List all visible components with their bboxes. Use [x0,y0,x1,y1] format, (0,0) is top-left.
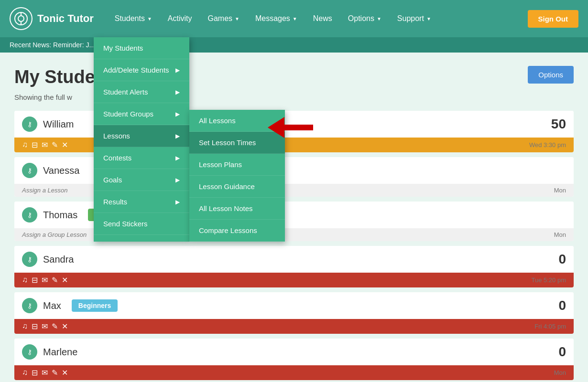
arrow-shaft [284,125,313,130]
dropdown-lessons[interactable]: Lessons ▶ [94,125,189,147]
student-card-max: ⚷ Max Beginners 0 ♫ ⊟ ✉ ✎ ✕ Fri 4:05 pm [14,292,574,334]
submenu-arrow: ▶ [175,89,180,96]
dropdown-student-groups[interactable]: Student Groups ▶ [94,103,189,125]
student-main-row: ⚷ Max Beginners 0 [14,292,574,319]
submenu-all-lesson-notes[interactable]: All Lesson Notes [189,198,285,220]
header: Tonic Tutor Students ▼ Activity Games ▼ … [0,0,588,37]
student-main-row: ⚷ Sandra 0 [14,246,574,273]
action-icons: ♫ ⊟ ✉ ✎ ✕ [22,322,68,331]
svg-point-1 [18,16,24,21]
book-icon[interactable]: ⊟ [32,322,38,331]
nav-support[interactable]: Support ▼ [391,11,438,27]
music-icon[interactable]: ♫ [22,322,28,331]
student-card-marlene: ⚷ Marlene 0 ♫ ⊟ ✉ ✎ ✕ Mon [14,339,574,380]
nav-messages[interactable]: Messages ▼ [249,11,304,27]
dropdown-add-delete-students[interactable]: Add/Delete Students ▶ [94,59,189,81]
students-dropdown-menu: My Students Add/Delete Students ▶ Studen… [94,37,189,242]
music-icon[interactable]: ♫ [22,140,28,149]
nav-news[interactable]: News [306,11,339,27]
logo-area: Tonic Tutor [10,7,94,30]
submenu-arrow: ▶ [175,199,180,205]
edit-icon[interactable]: ✎ [52,368,58,377]
student-name: Sandra [43,254,74,265]
sign-out-button[interactable]: Sign Out [528,10,579,28]
nav-games[interactable]: Games ▼ [201,11,246,27]
action-icons: ♫ ⊟ ✉ ✎ ✕ [22,368,68,377]
student-key-icon: ⚷ [22,117,37,132]
dropdown-send-stickers[interactable]: Send Stickers [94,213,189,235]
student-key-icon: ⚷ [22,344,37,360]
submenu-arrow: ▶ [175,67,180,74]
logo-icon [10,7,33,30]
student-score: 0 [558,252,566,267]
action-icons: ♫ ⊟ ✉ ✎ ✕ [22,140,68,149]
message-icon[interactable]: ✉ [42,368,48,377]
arrow-head [268,117,284,138]
student-name: Marlene [43,347,77,358]
music-icon[interactable]: ♫ [22,276,28,285]
dropdown-results[interactable]: Results ▶ [94,191,189,213]
page-content: My Stude Showing the full w Options ⚷ Wi… [0,53,588,382]
dropdown-student-alerts[interactable]: Student Alerts ▶ [94,81,189,103]
delete-icon[interactable]: ✕ [62,322,68,331]
nav-options[interactable]: Options ▼ [341,11,388,27]
student-actions-row: ♫ ⊟ ✉ ✎ ✕ Mon [14,365,574,380]
action-date: Fri 4:05 pm [534,323,566,330]
book-icon[interactable]: ⊟ [32,140,38,149]
submenu-compare-lessons[interactable]: Compare Lessons [189,220,285,242]
message-icon[interactable]: ✉ [42,140,48,149]
nav-students[interactable]: Students ▼ [108,11,159,27]
message-icon[interactable]: ✉ [42,322,48,331]
assign-lesson-text: Assign a Lesson [22,187,67,194]
logo-text: Tonic Tutor [37,12,94,25]
edit-icon[interactable]: ✎ [52,322,58,331]
student-name: Max [43,300,61,311]
edit-icon[interactable]: ✎ [52,276,58,285]
support-dropdown-arrow: ▼ [426,16,431,21]
student-main-row: ⚷ Marlene 0 [14,339,574,365]
red-arrow-indicator [268,117,313,138]
action-date: Mon [554,369,566,376]
news-bar: Recent News: Reminder: J... [0,37,588,53]
delete-icon[interactable]: ✕ [62,276,68,285]
delete-icon[interactable]: ✕ [62,368,68,377]
action-date: Wed 3:30 pm [529,141,566,149]
options-dropdown-arrow: ▼ [377,16,381,21]
submenu-lesson-plans[interactable]: Lesson Plans [189,154,285,176]
submenu-lesson-guidance[interactable]: Lesson Guidance [189,176,285,198]
submenu-arrow: ▶ [175,111,180,117]
action-date: Tue 5:20 pm [531,276,566,284]
student-actions-row: ♫ ⊟ ✉ ✎ ✕ Tue 5:20 pm [14,273,574,287]
action-icons: ♫ ⊟ ✉ ✎ ✕ [22,276,68,285]
dropdown-goals[interactable]: Goals ▶ [94,169,189,191]
students-dropdown-arrow: ▼ [147,16,152,21]
music-icon[interactable]: ♫ [22,368,28,377]
book-icon[interactable]: ⊟ [32,368,38,377]
main-nav: Students ▼ Activity Games ▼ Messages ▼ N… [108,11,528,27]
student-card-sandra: ⚷ Sandra 0 ♫ ⊟ ✉ ✎ ✕ Tue 5:20 pm [14,246,574,287]
group-badge: Beginners [72,299,118,312]
book-icon[interactable]: ⊟ [32,276,38,285]
student-score: 0 [558,298,566,313]
submenu-arrow: ▶ [175,133,180,139]
student-score: 50 [551,117,566,132]
options-button[interactable]: Options [528,66,574,84]
student-name: Vanessa [43,165,79,176]
delete-icon[interactable]: ✕ [62,140,68,149]
action-date: Mon [554,231,566,238]
messages-dropdown-arrow: ▼ [293,16,297,21]
student-key-icon: ⚷ [22,252,37,267]
student-score: 0 [558,344,566,360]
dropdown-contests[interactable]: Contests ▶ [94,147,189,169]
student-key-icon: ⚷ [22,207,37,223]
edit-icon[interactable]: ✎ [52,140,58,149]
student-actions-row: ♫ ⊟ ✉ ✎ ✕ Fri 4:05 pm [14,319,574,334]
student-name: William [43,119,74,130]
student-key-icon: ⚷ [22,163,37,178]
message-icon[interactable]: ✉ [42,276,48,285]
student-name: Thomas [43,210,77,221]
dropdown-container: My Students Add/Delete Students ▶ Studen… [94,37,285,242]
nav-activity[interactable]: Activity [161,11,199,27]
submenu-arrow: ▶ [175,177,180,183]
dropdown-my-students[interactable]: My Students [94,37,189,59]
